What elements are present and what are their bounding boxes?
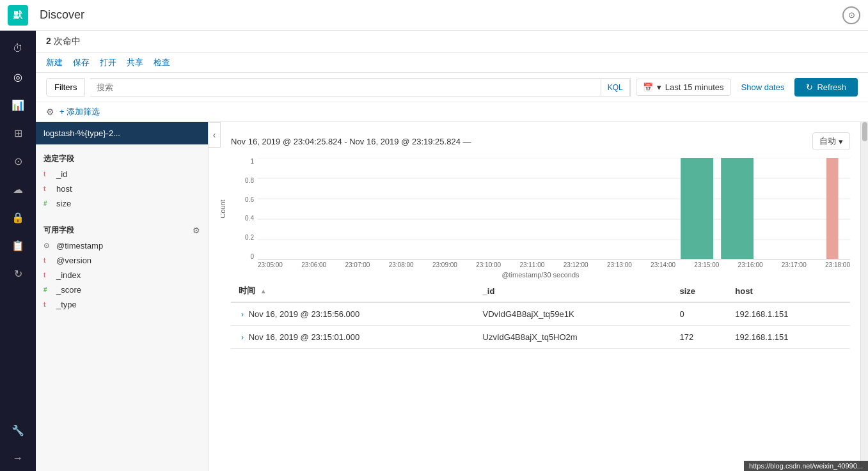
index-selector[interactable]: logstash-%{type}-2... (36, 122, 208, 144)
sidebar-item-security[interactable]: 🔒 (5, 205, 31, 230)
inspect-action[interactable]: 检查 (154, 57, 170, 68)
cell-size: 172 (672, 326, 727, 349)
field-type-t-icon: t (43, 185, 52, 192)
sidebar-item-dashboard[interactable]: ⊞ (5, 120, 31, 146)
field-name: host (56, 184, 72, 194)
chart-time-range: Nov 16, 2019 @ 23:04:25.824 - Nov 16, 20… (231, 137, 471, 146)
chevron-down-icon: ▾ (657, 82, 661, 92)
cell-id: UzvIdG4B8ajX_tq5HO2m (475, 326, 672, 349)
save-action[interactable]: 保存 (73, 57, 90, 68)
row-expand-button[interactable]: › (239, 333, 246, 342)
available-field-timestamp[interactable]: ⊙ @timestamp (36, 238, 208, 253)
y-axis-title: Count (221, 199, 226, 218)
table-body: › Nov 16, 2019 @ 23:15:56.000 VDvIdG4B8a… (231, 302, 850, 349)
hits-bar: 2 次命中 (36, 31, 868, 53)
bar-red (826, 158, 839, 259)
selected-fields-title: 选定字段 (36, 150, 208, 167)
open-action[interactable]: 打开 (100, 57, 116, 68)
right-panel: Nov 16, 2019 @ 23:04:25.824 - Nov 16, 20… (221, 122, 860, 471)
field-type-t-icon: t (43, 301, 52, 308)
field-type-t-icon: t (43, 272, 52, 279)
chart-auto-select[interactable]: 自动 ▾ (812, 132, 850, 150)
sidebar-item-discover[interactable]: ◎ (5, 64, 31, 89)
table-row: › Nov 16, 2019 @ 23:15:56.000 VDvIdG4B8a… (231, 302, 850, 326)
selected-field-host[interactable]: t host (36, 181, 208, 196)
col-header-size[interactable]: size (672, 280, 727, 302)
main-layout: ⏱ ◎ 📊 ⊞ ⊙ ☁ 🔒 📋 ↻ 🔧 → 2 次命中 新建 保存 打开 共享 … (0, 31, 868, 471)
chart-container: 1 0.8 0.6 0.4 0.2 0 Count (231, 158, 850, 270)
topbar-right: ⊙ (842, 6, 860, 24)
new-action[interactable]: 新建 (46, 57, 63, 68)
sidebar-item-canvas[interactable]: ⊙ (5, 148, 31, 174)
cell-host: 192.168.1.151 (727, 326, 850, 349)
col-header-id[interactable]: _id (475, 280, 672, 302)
available-field-index[interactable]: t _index (36, 268, 208, 282)
field-type-hash-icon: # (43, 200, 52, 207)
x-label: 23:08:00 (389, 261, 414, 268)
field-type-t-icon: t (43, 171, 52, 178)
share-action[interactable]: 共享 (127, 57, 143, 68)
field-type-hash-icon: # (43, 286, 52, 293)
available-field-type[interactable]: t _type (36, 297, 208, 312)
x-label: 23:12:00 (564, 261, 588, 268)
settings-icon[interactable]: ⊙ (842, 6, 860, 24)
available-fields-header: 可用字段 ⚙ (36, 221, 208, 238)
cell-expand-1: › Nov 16, 2019 @ 23:15:56.000 (231, 302, 475, 326)
col-header-host[interactable]: host (727, 280, 850, 302)
refresh-icon: ↻ (806, 82, 813, 92)
hits-count: 2 (46, 36, 51, 46)
available-fields-gear-icon[interactable]: ⚙ (193, 226, 200, 235)
x-label: 23:11:00 (519, 261, 544, 268)
y-label-06: 0.6 (231, 196, 254, 203)
right-scrollbar[interactable] (860, 122, 868, 471)
x-label: 23:14:00 (651, 261, 675, 268)
data-table: 时间 ▲ _id size host (231, 280, 850, 349)
x-label: 23:15:00 (694, 261, 719, 268)
cell-expand-2: › Nov 16, 2019 @ 23:15:01.000 (231, 326, 475, 349)
available-fields-section: 可用字段 ⚙ ⊙ @timestamp t @version t _index (36, 216, 208, 317)
x-label: 23:16:00 (738, 261, 763, 268)
x-label: 23:13:00 (607, 261, 632, 268)
time-picker[interactable]: 📅 ▾ Last 15 minutes (636, 79, 731, 96)
y-label-0: 0 (231, 253, 254, 260)
search-input[interactable] (90, 79, 600, 96)
filters-button[interactable]: Filters (46, 78, 85, 97)
search-input-wrap: KQL (90, 78, 630, 97)
selected-field-id[interactable]: t _id (36, 167, 208, 181)
show-dates-button[interactable]: Show dates (736, 79, 790, 95)
available-field-version[interactable]: t @version (36, 253, 208, 268)
bar-23-15 (681, 158, 713, 259)
filter-gear-icon[interactable]: ⚙ (46, 107, 54, 117)
search-bar: Filters KQL 📅 ▾ Last 15 minutes Show dat… (36, 73, 868, 102)
calendar-icon: 📅 (643, 82, 653, 92)
sidebar-expand[interactable]: → (5, 445, 31, 471)
row-expand-button[interactable]: › (239, 310, 246, 319)
time-range-text: Last 15 minutes (665, 82, 724, 92)
chart-header: Nov 16, 2019 @ 23:04:25.824 - Nov 16, 20… (231, 132, 850, 150)
field-name: _id (56, 169, 67, 179)
col-header-time[interactable]: 时间 ▲ (231, 280, 475, 302)
sidebar-item-uptime[interactable]: ↻ (5, 261, 31, 286)
logo-area: 默 Discover (8, 5, 84, 26)
app-logo: 默 (8, 5, 28, 26)
x-label: 23:17:00 (782, 261, 807, 268)
sidebar-item-recent[interactable]: ⏱ (5, 36, 31, 61)
sidebar-item-logs[interactable]: 📋 (5, 233, 31, 258)
clock-icon: ⊙ (43, 242, 52, 250)
kql-badge[interactable]: KQL (601, 79, 630, 96)
panel-collapse-button[interactable]: ‹ (208, 122, 221, 148)
refresh-button[interactable]: ↻ Refresh (794, 78, 858, 97)
sidebar-item-devtools[interactable]: 🔧 (5, 417, 31, 443)
sidebar-item-maps[interactable]: ☁ (5, 176, 31, 202)
x-label: 23:06:00 (301, 261, 326, 268)
field-name: @version (56, 256, 91, 265)
sidebar-item-visualize[interactable]: 📊 (5, 92, 31, 118)
available-field-score[interactable]: # _score (36, 282, 208, 297)
y-label-02: 0.2 (231, 234, 254, 241)
add-filter-button[interactable]: + 添加筛选 (59, 106, 100, 118)
selected-field-size[interactable]: # size (36, 196, 208, 211)
y-label-04: 0.4 (231, 215, 254, 222)
table-header: 时间 ▲ _id size host (231, 280, 850, 302)
selected-fields-section: 选定字段 t _id t host # size (36, 144, 208, 216)
cell-time: Nov 16, 2019 @ 23:15:56.000 (249, 309, 360, 319)
